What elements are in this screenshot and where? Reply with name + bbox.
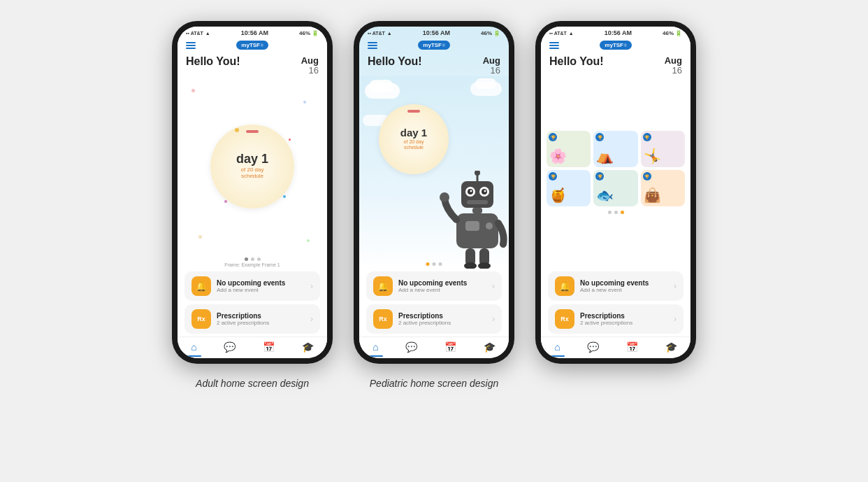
nav-chat-ped2[interactable]: 💬: [587, 341, 599, 353]
cards-area-ped: 🔔 No upcoming events Add a new event › R…: [359, 269, 509, 336]
pediatric-phone-inner: ▪▪ AT&T ▲ 10:56 AM 46% 🔋: [359, 27, 509, 358]
status-bar-ped: ▪▪ AT&T ▲ 10:56 AM 46% 🔋: [359, 27, 509, 38]
bell-icon-ped: 🔔: [373, 276, 393, 296]
day-sub-ped: of 20 day schedule: [404, 139, 424, 151]
nav-home-ped[interactable]: ⌂: [372, 341, 378, 353]
greeting-row-ped: Hello You! Aug 16: [359, 52, 509, 76]
slide-dot-3: [439, 262, 442, 266]
learn-icon-ped: 🎓: [484, 341, 496, 353]
prescriptions-card[interactable]: Rx Prescriptions 2 active prescriptions …: [185, 304, 320, 334]
app-header-adult: myTSF ®: [178, 38, 327, 52]
svg-rect-9: [467, 200, 488, 204]
nav-learn-ped[interactable]: 🎓: [484, 341, 496, 353]
greeting-row-ped2: Hello You! Aug 16: [541, 52, 690, 76]
achievement-card-5[interactable]: 🏆 🐟: [593, 170, 637, 206]
rx-title-ped: Prescriptions: [398, 312, 451, 320]
achievement-badge-2: 🏆: [595, 133, 604, 141]
nav-home[interactable]: ⌂: [191, 341, 196, 353]
events-arrow: ›: [310, 281, 313, 291]
hero-pediatric: day 1 of 20 day schedule: [359, 76, 509, 269]
status-left-ped: ▪▪ AT&T ▲: [368, 31, 392, 36]
greeting-text-ped2: Hello You!: [549, 55, 604, 68]
events-title: No upcoming events: [217, 279, 285, 287]
achievement-card-1[interactable]: 🏆 🌸: [547, 131, 591, 167]
svg-point-13: [486, 222, 493, 229]
rx-title: Prescriptions: [217, 312, 269, 320]
date-month-ped2: Aug: [665, 55, 682, 66]
rx-arrow-ped2: ›: [674, 314, 677, 324]
logo-badge: myTSF ®: [236, 41, 268, 50]
achievement-card-3[interactable]: 🏆 🤸: [641, 131, 685, 167]
events-card-ped2[interactable]: 🔔 No upcoming events Add a new event ›: [548, 271, 683, 301]
prescriptions-card-ped[interactable]: Rx Prescriptions 2 active prescriptions …: [366, 304, 502, 334]
adult-phone-section: ▪▪ AT&T ▲ 10:56 AM 46% 🔋: [172, 21, 333, 389]
rx-title-ped2: Prescriptions: [580, 312, 632, 320]
date-day: 16: [301, 66, 319, 75]
chat-icon-ped: 💬: [405, 341, 417, 353]
slide-dot-3-ped2: [621, 211, 624, 214]
svg-rect-10: [472, 208, 482, 213]
achievement-badge-6: 🏆: [643, 172, 651, 180]
achievement-card-2[interactable]: 🏆 ⛺: [593, 131, 637, 167]
slide-dot-2-ped2: [614, 211, 618, 214]
robot-svg: [439, 171, 509, 269]
nav-chat-ped[interactable]: 💬: [405, 341, 417, 353]
events-card-ped[interactable]: 🔔 No upcoming events Add a new event ›: [366, 271, 502, 301]
orbit-dot-4: [289, 139, 291, 141]
nav-chat[interactable]: 💬: [224, 341, 236, 353]
battery-text-ped: 46%: [481, 30, 492, 36]
hero-adult: day 1 of 20 day schedule: [178, 76, 327, 256]
pediatric2-phone: ▪▪ AT&T ▲ 10:56 AM 46% 🔋: [535, 21, 696, 364]
achievement-card-6[interactable]: 🏆 👜: [641, 170, 685, 206]
day-sub: of 20 day schedule: [241, 166, 264, 180]
nav-calendar[interactable]: 📅: [263, 341, 275, 353]
status-right-ped2: 46% 🔋: [663, 30, 682, 36]
menu-button-ped2[interactable]: [549, 42, 559, 49]
achievement-card-4[interactable]: 🏆 🍯: [547, 170, 591, 206]
app-header-ped: myTSF ®: [359, 38, 509, 52]
rx-arrow: ›: [310, 314, 313, 324]
logo-super: ®: [261, 43, 263, 48]
pediatric-phone-section: ▪▪ AT&T ▲ 10:56 AM 46% 🔋: [354, 21, 514, 389]
date-day-ped: 16: [483, 66, 500, 75]
events-arrow-ped2: ›: [674, 281, 677, 291]
battery-text-ped2: 46%: [663, 30, 674, 36]
menu-button-ped[interactable]: [368, 42, 377, 49]
battery-text: 46%: [299, 30, 310, 36]
achievement-badge-1: 🏆: [549, 133, 557, 141]
calendar-icon: 📅: [263, 341, 275, 353]
card-text-events-ped: No upcoming events Add a new event: [398, 279, 467, 293]
rx-icon-ped2: Rx: [555, 309, 574, 329]
logo-super-ped: ®: [442, 43, 445, 48]
slide-dot-1: [245, 257, 248, 261]
calendar-icon-ped: 📅: [444, 341, 456, 353]
carrier-text: ▪▪ AT&T: [186, 31, 203, 36]
status-right: 46% 🔋: [299, 30, 319, 36]
frame-label: Frame: Example Frame 1: [178, 262, 327, 269]
events-subtitle-ped2: Add a new event: [580, 287, 649, 293]
orbit-dot-3: [283, 195, 286, 198]
nav-calendar-ped[interactable]: 📅: [444, 341, 456, 353]
rx-icon-ped: Rx: [373, 309, 393, 329]
slide-dot-2: [251, 257, 254, 261]
card-text-events-ped2: No upcoming events Add a new event: [580, 279, 649, 293]
prescriptions-card-ped2[interactable]: Rx Prescriptions 2 active prescriptions …: [548, 304, 683, 334]
circle-top-dash: [246, 130, 259, 133]
nav-home-ped2[interactable]: ⌂: [554, 341, 560, 353]
pediatric-label: Pediatric home screen design: [370, 378, 498, 389]
orbit-dot-1: [235, 128, 239, 132]
home-icon: ⌂: [191, 341, 196, 353]
events-subtitle: Add a new event: [217, 287, 285, 293]
events-card[interactable]: 🔔 No upcoming events Add a new event ›: [185, 271, 320, 301]
date-block-ped2: Aug 16: [665, 55, 682, 75]
greeting-row-adult: Hello You! Aug 16: [178, 52, 327, 76]
nav-learn-ped2[interactable]: 🎓: [665, 341, 677, 353]
wifi-icon: ▲: [205, 31, 210, 36]
achievement-emoji-6: 👜: [644, 187, 661, 204]
orbit-dot-2: [224, 200, 227, 203]
menu-button[interactable]: [186, 42, 196, 49]
svg-point-7: [470, 190, 472, 192]
nav-learn[interactable]: 🎓: [302, 341, 314, 353]
nav-calendar-ped2[interactable]: 📅: [626, 341, 638, 353]
card-text-rx: Prescriptions 2 active prescriptions: [217, 312, 269, 326]
